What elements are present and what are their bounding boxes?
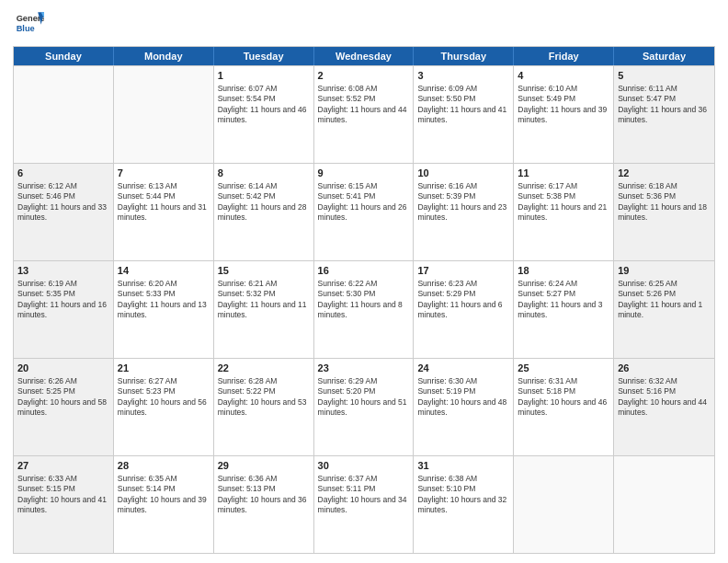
calendar-cell: 4Sunrise: 6:10 AMSunset: 5:49 PMDaylight… bbox=[514, 66, 614, 163]
calendar-cell: 27Sunrise: 6:33 AMSunset: 5:15 PMDayligh… bbox=[14, 456, 114, 553]
day-number: 12 bbox=[618, 167, 711, 180]
calendar-cell: 10Sunrise: 6:16 AMSunset: 5:39 PMDayligh… bbox=[414, 164, 514, 260]
day-info: Sunrise: 6:38 AMSunset: 5:10 PMDaylight:… bbox=[417, 474, 509, 516]
calendar-row-2: 6Sunrise: 6:12 AMSunset: 5:46 PMDaylight… bbox=[14, 163, 714, 260]
svg-text:Blue: Blue bbox=[17, 24, 35, 33]
calendar-cell: 6Sunrise: 6:12 AMSunset: 5:46 PMDaylight… bbox=[14, 164, 114, 260]
calendar-cell: 24Sunrise: 6:30 AMSunset: 5:19 PMDayligh… bbox=[414, 359, 514, 455]
day-number: 4 bbox=[518, 69, 609, 83]
calendar-cell bbox=[14, 66, 114, 163]
day-info: Sunrise: 6:29 AMSunset: 5:20 PMDaylight:… bbox=[318, 376, 410, 419]
calendar-cell: 29Sunrise: 6:36 AMSunset: 5:13 PMDayligh… bbox=[214, 456, 314, 553]
day-info: Sunrise: 6:25 AMSunset: 5:26 PMDaylight:… bbox=[618, 279, 711, 321]
day-info: Sunrise: 6:32 AMSunset: 5:16 PMDaylight:… bbox=[618, 376, 711, 419]
calendar-cell: 22Sunrise: 6:28 AMSunset: 5:22 PMDayligh… bbox=[214, 359, 314, 455]
day-number: 6 bbox=[17, 167, 109, 180]
header-day-friday: Friday bbox=[514, 47, 614, 65]
calendar-cell: 25Sunrise: 6:31 AMSunset: 5:18 PMDayligh… bbox=[514, 359, 614, 455]
day-info: Sunrise: 6:37 AMSunset: 5:11 PMDaylight:… bbox=[318, 474, 410, 516]
calendar-cell: 28Sunrise: 6:35 AMSunset: 5:14 PMDayligh… bbox=[114, 456, 214, 553]
calendar-cell: 8Sunrise: 6:14 AMSunset: 5:42 PMDaylight… bbox=[214, 164, 314, 260]
day-info: Sunrise: 6:13 AMSunset: 5:44 PMDaylight:… bbox=[118, 181, 210, 224]
header: General Blue bbox=[13, 9, 715, 39]
day-number: 28 bbox=[118, 459, 210, 473]
day-number: 19 bbox=[618, 264, 711, 278]
day-info: Sunrise: 6:16 AMSunset: 5:39 PMDaylight:… bbox=[417, 181, 509, 224]
day-number: 23 bbox=[318, 362, 410, 375]
logo: General Blue bbox=[13, 9, 40, 39]
day-info: Sunrise: 6:30 AMSunset: 5:19 PMDaylight:… bbox=[417, 376, 509, 419]
calendar-cell: 12Sunrise: 6:18 AMSunset: 5:36 PMDayligh… bbox=[614, 164, 714, 260]
day-number: 9 bbox=[318, 167, 410, 180]
day-number: 25 bbox=[518, 362, 609, 375]
calendar-cell: 11Sunrise: 6:17 AMSunset: 5:38 PMDayligh… bbox=[514, 164, 614, 260]
calendar-cell: 7Sunrise: 6:13 AMSunset: 5:44 PMDaylight… bbox=[114, 164, 214, 260]
day-info: Sunrise: 6:22 AMSunset: 5:30 PMDaylight:… bbox=[318, 279, 410, 321]
day-number: 5 bbox=[618, 69, 711, 83]
calendar-cell bbox=[514, 456, 614, 553]
day-number: 21 bbox=[118, 362, 210, 375]
day-number: 15 bbox=[218, 264, 310, 278]
calendar-cell: 2Sunrise: 6:08 AMSunset: 5:52 PMDaylight… bbox=[314, 66, 415, 163]
calendar-header: SundayMondayTuesdayWednesdayThursdayFrid… bbox=[14, 47, 714, 65]
calendar-cell: 31Sunrise: 6:38 AMSunset: 5:10 PMDayligh… bbox=[414, 456, 514, 553]
day-info: Sunrise: 6:26 AMSunset: 5:25 PMDaylight:… bbox=[17, 376, 109, 419]
day-number: 3 bbox=[417, 69, 509, 83]
page: General Blue SundayMondayTuesdayWednesda… bbox=[0, 0, 728, 563]
day-number: 22 bbox=[218, 362, 310, 375]
day-number: 11 bbox=[518, 167, 609, 180]
day-number: 31 bbox=[417, 459, 509, 473]
header-day-sunday: Sunday bbox=[14, 47, 114, 65]
day-info: Sunrise: 6:31 AMSunset: 5:18 PMDaylight:… bbox=[518, 376, 609, 419]
day-number: 8 bbox=[218, 167, 310, 180]
calendar-cell: 18Sunrise: 6:24 AMSunset: 5:27 PMDayligh… bbox=[514, 261, 614, 358]
day-info: Sunrise: 6:24 AMSunset: 5:27 PMDaylight:… bbox=[518, 279, 609, 321]
day-number: 10 bbox=[417, 167, 509, 180]
day-info: Sunrise: 6:14 AMSunset: 5:42 PMDaylight:… bbox=[218, 181, 310, 224]
calendar-cell: 19Sunrise: 6:25 AMSunset: 5:26 PMDayligh… bbox=[614, 261, 714, 358]
day-info: Sunrise: 6:20 AMSunset: 5:33 PMDaylight:… bbox=[118, 279, 210, 321]
calendar-row-3: 13Sunrise: 6:19 AMSunset: 5:35 PMDayligh… bbox=[14, 260, 714, 358]
day-info: Sunrise: 6:21 AMSunset: 5:32 PMDaylight:… bbox=[218, 279, 310, 321]
day-info: Sunrise: 6:10 AMSunset: 5:49 PMDaylight:… bbox=[518, 84, 609, 126]
day-number: 17 bbox=[417, 264, 509, 278]
day-number: 1 bbox=[218, 69, 310, 83]
calendar-cell: 21Sunrise: 6:27 AMSunset: 5:23 PMDayligh… bbox=[114, 359, 214, 455]
day-info: Sunrise: 6:18 AMSunset: 5:36 PMDaylight:… bbox=[618, 181, 711, 224]
day-number: 7 bbox=[118, 167, 210, 180]
day-info: Sunrise: 6:17 AMSunset: 5:38 PMDaylight:… bbox=[518, 181, 609, 224]
calendar-cell: 20Sunrise: 6:26 AMSunset: 5:25 PMDayligh… bbox=[14, 359, 114, 455]
day-number: 13 bbox=[17, 264, 109, 278]
calendar: SundayMondayTuesdayWednesdayThursdayFrid… bbox=[13, 46, 715, 554]
day-info: Sunrise: 6:15 AMSunset: 5:41 PMDaylight:… bbox=[318, 181, 410, 224]
calendar-cell: 9Sunrise: 6:15 AMSunset: 5:41 PMDaylight… bbox=[314, 164, 415, 260]
day-number: 24 bbox=[417, 362, 509, 375]
calendar-cell: 5Sunrise: 6:11 AMSunset: 5:47 PMDaylight… bbox=[614, 66, 714, 163]
day-number: 29 bbox=[218, 459, 310, 473]
day-info: Sunrise: 6:36 AMSunset: 5:13 PMDaylight:… bbox=[218, 474, 310, 516]
calendar-cell: 16Sunrise: 6:22 AMSunset: 5:30 PMDayligh… bbox=[314, 261, 415, 358]
day-info: Sunrise: 6:07 AMSunset: 5:54 PMDaylight:… bbox=[218, 84, 310, 126]
day-number: 20 bbox=[17, 362, 109, 375]
day-info: Sunrise: 6:23 AMSunset: 5:29 PMDaylight:… bbox=[417, 279, 509, 321]
day-info: Sunrise: 6:19 AMSunset: 5:35 PMDaylight:… bbox=[17, 279, 109, 321]
calendar-cell: 3Sunrise: 6:09 AMSunset: 5:50 PMDaylight… bbox=[414, 66, 514, 163]
day-number: 26 bbox=[618, 362, 711, 375]
day-info: Sunrise: 6:08 AMSunset: 5:52 PMDaylight:… bbox=[318, 84, 410, 126]
calendar-cell: 23Sunrise: 6:29 AMSunset: 5:20 PMDayligh… bbox=[314, 359, 415, 455]
day-number: 2 bbox=[318, 69, 410, 83]
day-info: Sunrise: 6:12 AMSunset: 5:46 PMDaylight:… bbox=[17, 181, 109, 224]
calendar-cell: 17Sunrise: 6:23 AMSunset: 5:29 PMDayligh… bbox=[414, 261, 514, 358]
calendar-cell: 15Sunrise: 6:21 AMSunset: 5:32 PMDayligh… bbox=[214, 261, 314, 358]
day-number: 27 bbox=[17, 459, 109, 473]
logo-icon: General Blue bbox=[15, 9, 44, 39]
calendar-cell: 13Sunrise: 6:19 AMSunset: 5:35 PMDayligh… bbox=[14, 261, 114, 358]
day-info: Sunrise: 6:28 AMSunset: 5:22 PMDaylight:… bbox=[218, 376, 310, 419]
calendar-cell: 30Sunrise: 6:37 AMSunset: 5:11 PMDayligh… bbox=[314, 456, 415, 553]
calendar-cell: 1Sunrise: 6:07 AMSunset: 5:54 PMDaylight… bbox=[214, 66, 314, 163]
calendar-cell: 14Sunrise: 6:20 AMSunset: 5:33 PMDayligh… bbox=[114, 261, 214, 358]
calendar-cell bbox=[114, 66, 214, 163]
header-day-wednesday: Wednesday bbox=[314, 47, 415, 65]
header-day-saturday: Saturday bbox=[614, 47, 714, 65]
day-info: Sunrise: 6:35 AMSunset: 5:14 PMDaylight:… bbox=[118, 474, 210, 516]
